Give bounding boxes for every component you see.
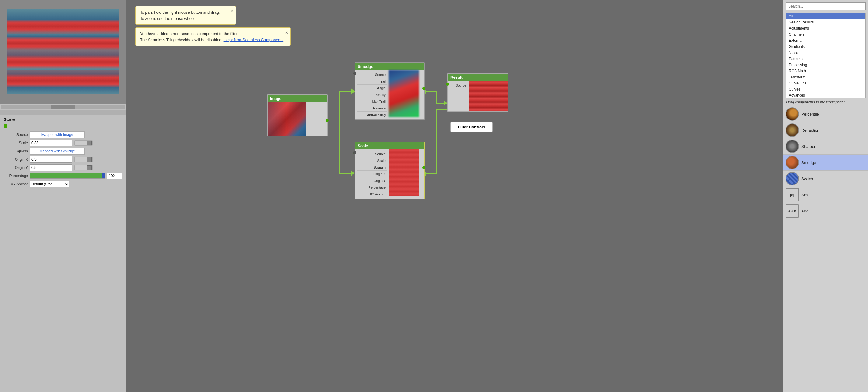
result-node: Result Source [447, 73, 508, 112]
drag-label: Drag components to the workspace: [783, 98, 868, 106]
smudge-label-maxtrail: Max Trail [357, 98, 387, 105]
category-advanced[interactable]: Advanced [786, 92, 865, 98]
scale-xyanchor-port[interactable] [353, 151, 356, 154]
category-all[interactable]: All [786, 13, 865, 19]
scale-thumbnail [389, 149, 419, 196]
percentage-input[interactable] [107, 172, 122, 179]
result-node-header: Result [448, 74, 508, 81]
scale-label-originy: Origin Y [357, 177, 387, 184]
xy-anchor-select[interactable]: Default (Size) [30, 181, 69, 188]
scale-label-squash: Squash [357, 164, 387, 171]
smudge-node: Smudge Source Trail Angle Density [354, 62, 425, 120]
result-source-port[interactable] [446, 83, 449, 86]
add-label: Add [801, 209, 808, 214]
scale-node-header: Scale [355, 142, 424, 149]
tooltip-close-2[interactable]: × [285, 30, 288, 36]
search-box [785, 2, 866, 10]
scale-title: Scale [4, 117, 122, 122]
scale-node-content: Source Scale Squash Origin X Origin Y [355, 149, 424, 199]
category-channels[interactable]: Channels [786, 31, 865, 37]
preview-scrollbar[interactable] [1, 105, 125, 109]
category-processing[interactable]: Processing [786, 62, 865, 68]
category-curve-ops[interactable]: Curve Ops [786, 80, 865, 86]
category-search-results[interactable]: Search Results [786, 19, 865, 25]
sharpen-label: Sharpen [801, 144, 816, 149]
smudge-comp-thumbnail [785, 156, 799, 169]
category-curves[interactable]: Curves [786, 86, 865, 92]
scale-section: Scale Source Mapped with Image Scale Squ… [0, 115, 126, 191]
green-dot-indicator [4, 124, 7, 128]
scale-label-source: Source [357, 150, 387, 157]
connection-lines [126, 0, 783, 392]
scale-node-labels: Source Scale Squash Origin X Origin Y [355, 149, 389, 199]
abs-label: Abs [801, 193, 808, 197]
tooltip-close-1[interactable]: × [231, 8, 233, 15]
component-refraction[interactable]: Refraction [783, 122, 868, 138]
scale-label-originx: Origin X [357, 171, 387, 177]
origin-y-slider-thumb [87, 165, 92, 170]
category-gradients[interactable]: Gradients [786, 44, 865, 50]
preview-image [7, 9, 119, 94]
add-thumbnail: a + b [785, 204, 799, 218]
tooltip-line1: To pan, hold the right mouse button and … [140, 9, 231, 16]
component-smudge[interactable]: Smudge [783, 155, 868, 171]
filter-controls-button[interactable]: Filter Controls [451, 122, 493, 132]
smudge-antialiasing-port[interactable] [353, 72, 356, 75]
origin-x-slider-thumb [87, 157, 92, 162]
smudge-output-port[interactable] [423, 87, 426, 90]
origin-x-row: Origin X [4, 156, 122, 163]
component-percentile[interactable]: Percentile [783, 106, 868, 122]
origin-y-slider[interactable] [74, 165, 93, 170]
category-rgb-math[interactable]: RGB Math [786, 68, 865, 74]
scrollbar-handle[interactable] [51, 106, 75, 109]
preview-area [0, 0, 126, 104]
origin-x-input[interactable] [30, 156, 72, 163]
percentile-label: Percentile [801, 112, 819, 116]
abs-thumbnail: |a| [785, 188, 799, 201]
non-seamless-help-link[interactable]: Help: Non-Seamless Components [224, 37, 284, 42]
image-output-port[interactable] [326, 119, 329, 122]
source-value-button[interactable]: Mapped with Image [30, 131, 85, 138]
percentile-thumbnail [785, 107, 799, 121]
smudge-comp-label: Smudge [801, 160, 816, 165]
arrow-smudge-result [444, 101, 447, 106]
origin-x-slider[interactable] [74, 157, 93, 162]
right-panel: All Search Results Adjustments Channels … [783, 0, 868, 392]
search-input[interactable] [785, 2, 866, 10]
result-thumbnail [469, 81, 508, 111]
component-sharpen[interactable]: Sharpen [783, 138, 868, 155]
image-node-header: Image [268, 95, 327, 102]
category-noise[interactable]: Noise [786, 50, 865, 56]
abs-icon: |a| [790, 193, 795, 197]
tooltip-seamless: × You have added a non-seamless componen… [135, 27, 291, 46]
arrow-img-smudge [351, 88, 354, 94]
smudge-label-trail: Trail [357, 78, 387, 85]
tooltip-line2: To zoom, use the mouse wheel. [140, 16, 231, 22]
origin-y-input[interactable] [30, 164, 72, 171]
scale-output-port[interactable] [423, 166, 426, 169]
scale-label-scale: Scale [357, 157, 387, 164]
smudge-label-antialiasing: Anti-Aliasing [357, 112, 387, 118]
image-thumbnail [268, 102, 306, 136]
component-switch[interactable]: Switch [783, 171, 868, 187]
percentage-slider[interactable] [30, 173, 105, 178]
panel-divider[interactable]: ··· [0, 110, 126, 115]
squash-value-button[interactable]: Mapped with Smudge [30, 148, 85, 155]
smudge-thumbnail [389, 70, 419, 117]
scale-row: Scale [4, 140, 122, 146]
category-external[interactable]: External [786, 37, 865, 44]
source-label: Source [4, 133, 28, 137]
scale-label-xyanchor: XY Anchor [357, 191, 387, 198]
arrow-img-scale [351, 171, 354, 177]
sharpen-thumbnail [785, 140, 799, 153]
category-adjustments[interactable]: Adjustments [786, 25, 865, 31]
component-abs[interactable]: |a| Abs [783, 187, 868, 203]
component-add[interactable]: a + b Add [783, 203, 868, 219]
smudge-label-reverse: Reverse [357, 105, 387, 112]
result-node-content: Source [448, 81, 508, 111]
category-patterns[interactable]: Patterns [786, 56, 865, 62]
scale-slider[interactable] [74, 140, 93, 146]
scale-input[interactable] [30, 140, 72, 146]
workspace: × To pan, hold the right mouse button an… [126, 0, 783, 392]
category-transform[interactable]: Transform [786, 74, 865, 80]
